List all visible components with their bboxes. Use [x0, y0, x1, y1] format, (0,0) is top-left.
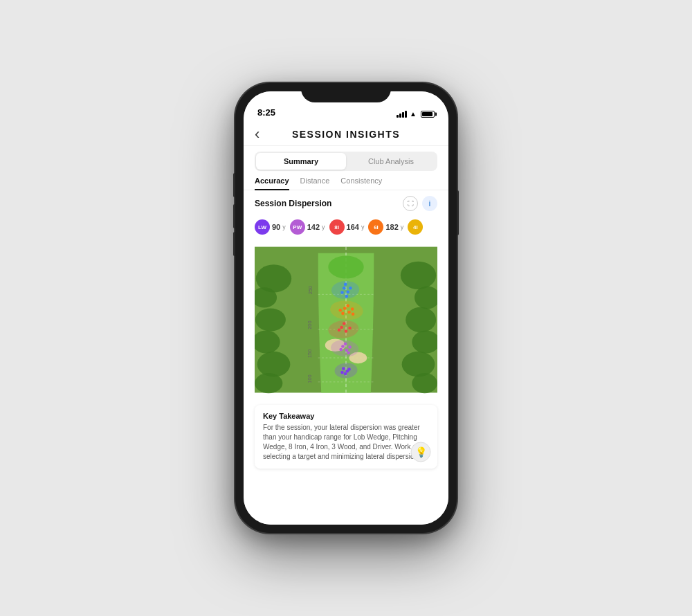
svg-point-35: [341, 345, 345, 348]
club-circle-lw: LW: [255, 219, 270, 235]
key-takeaway: Key Takeaway For the session, your later…: [255, 405, 437, 469]
svg-text:100: 100: [307, 374, 313, 383]
svg-point-34: [340, 371, 344, 374]
section-actions: ⛶ i: [403, 196, 437, 211]
club-circle-6i: 6I: [368, 219, 383, 235]
notch: [301, 83, 391, 102]
club-badge-pw: PW 142 y: [290, 219, 325, 235]
club-badge-8i: 8I 164 y: [329, 219, 365, 235]
club-unit-lw: y: [282, 224, 286, 230]
svg-point-7: [401, 262, 436, 289]
section-header: Session Dispersion ⛶ i: [244, 190, 448, 217]
phone-device: 8:25 ▲ ‹ SESSION INSIGHTS: [235, 83, 457, 533]
svg-point-56: [349, 287, 352, 290]
page-title: SESSION INSIGHTS: [255, 129, 437, 140]
svg-point-55: [344, 282, 347, 286]
svg-point-52: [338, 309, 342, 312]
status-time: 8:25: [257, 107, 275, 118]
svg-point-47: [347, 311, 351, 314]
app-header: ‹ SESSION INSIGHTS: [244, 122, 448, 146]
club-distance-6i: 182: [385, 223, 398, 231]
club-unit-6i: y: [401, 224, 404, 230]
svg-point-53: [343, 287, 346, 290]
sub-tab-distance[interactable]: Distance: [300, 176, 330, 190]
svg-point-38: [339, 348, 343, 352]
course-map: 250 200 150 100: [255, 240, 437, 399]
svg-point-54: [346, 290, 349, 293]
svg-point-46: [343, 307, 347, 310]
svg-point-49: [341, 312, 345, 316]
takeaway-text: For the session, your lateral dispersion…: [263, 423, 429, 462]
svg-point-50: [346, 305, 349, 308]
svg-text:150: 150: [307, 350, 313, 358]
club-badges: LW 90 y PW 142 y 8I 164 y 6I 182 y: [244, 217, 448, 240]
svg-point-51: [352, 312, 355, 316]
club-circle-4i: 4I: [408, 219, 423, 235]
sub-tab-bar: Accuracy Distance Consistency: [244, 176, 448, 190]
signal-icon: [397, 111, 407, 118]
expand-button[interactable]: ⛶: [403, 196, 418, 211]
club-unit-8i: y: [361, 224, 365, 230]
phone-screen: 8:25 ▲ ‹ SESSION INSIGHTS: [244, 91, 448, 525]
svg-text:250: 250: [307, 286, 313, 294]
info-button[interactable]: i: [422, 196, 437, 211]
svg-point-39: [344, 343, 347, 346]
svg-point-5: [257, 352, 291, 377]
club-badge-4i: 4I: [408, 219, 423, 235]
svg-point-30: [342, 367, 345, 370]
svg-point-36: [345, 349, 349, 352]
club-badge-lw: LW 90 y: [255, 219, 286, 235]
club-unit-pw: y: [322, 224, 325, 230]
svg-text:200: 200: [307, 321, 313, 329]
club-distance-lw: 90: [272, 223, 280, 231]
svg-point-3: [255, 309, 286, 332]
section-title: Session Dispersion: [255, 199, 331, 208]
course-svg: 250 200 150 100: [255, 240, 437, 399]
svg-point-12: [412, 373, 437, 393]
back-button[interactable]: ‹: [255, 125, 260, 143]
takeaway-title: Key Takeaway: [263, 412, 429, 420]
tab-club-analysis[interactable]: Club Analysis: [346, 153, 436, 170]
svg-point-57: [340, 291, 344, 294]
svg-point-40: [347, 351, 350, 354]
svg-point-45: [338, 328, 341, 332]
main-tab-bar: Summary Club Analysis: [255, 152, 437, 171]
svg-point-33: [347, 368, 351, 371]
battery-icon: [421, 111, 435, 118]
svg-point-58: [345, 295, 349, 298]
club-distance-pw: 142: [307, 223, 320, 231]
club-circle-pw: PW: [290, 219, 305, 235]
svg-point-43: [348, 327, 352, 330]
lightbulb-icon: 💡: [410, 441, 432, 463]
club-distance-8i: 164: [347, 223, 359, 231]
club-circle-8i: 8I: [329, 219, 345, 235]
svg-point-42: [345, 329, 348, 333]
svg-point-37: [348, 345, 352, 349]
tab-summary[interactable]: Summary: [256, 153, 346, 170]
svg-point-11: [402, 352, 435, 377]
svg-point-48: [351, 307, 354, 311]
svg-point-32: [344, 372, 347, 376]
svg-point-24: [328, 255, 363, 278]
svg-point-6: [255, 373, 282, 393]
wifi-icon: ▲: [410, 110, 417, 118]
sub-tab-accuracy[interactable]: Accuracy: [255, 176, 289, 190]
svg-point-9: [406, 307, 436, 333]
status-icons: ▲: [397, 110, 435, 118]
svg-text:💡: 💡: [415, 446, 428, 458]
sub-tab-consistency[interactable]: Consistency: [340, 176, 382, 190]
svg-point-44: [343, 322, 346, 325]
svg-point-41: [340, 326, 343, 329]
app-content: ‹ SESSION INSIGHTS Summary Club Analysis…: [244, 122, 448, 525]
club-badge-6i: 6I 182 y: [368, 219, 403, 235]
